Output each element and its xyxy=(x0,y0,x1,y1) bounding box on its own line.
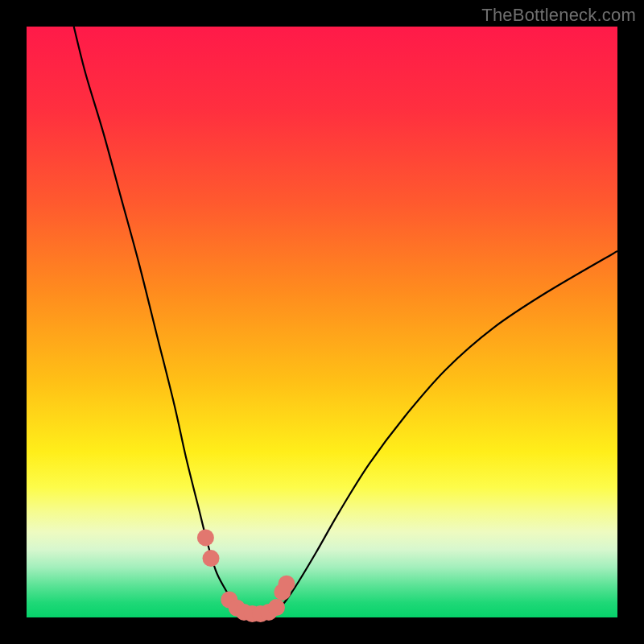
marker-point xyxy=(268,599,285,616)
bottleneck-chart xyxy=(0,0,644,644)
marker-point xyxy=(197,529,214,546)
gradient-background xyxy=(27,27,617,617)
chart-frame: TheBottleneck.com xyxy=(0,0,644,644)
watermark-text: TheBottleneck.com xyxy=(481,5,636,26)
marker-point xyxy=(203,550,220,567)
marker-point xyxy=(278,576,295,592)
